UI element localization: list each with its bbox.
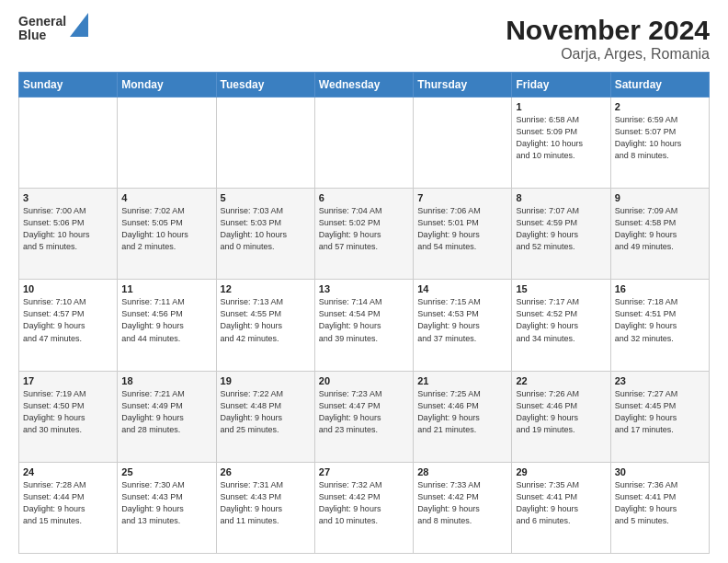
day-info: Sunrise: 7:04 AM Sunset: 5:02 PM Dayligh… — [319, 205, 409, 253]
day-number: 25 — [121, 466, 211, 477]
day-number: 17 — [23, 375, 113, 386]
day-info: Sunrise: 7:33 AM Sunset: 4:42 PM Dayligh… — [417, 479, 507, 527]
day-number: 18 — [121, 375, 211, 386]
day-info: Sunrise: 7:36 AM Sunset: 4:41 PM Dayligh… — [615, 479, 705, 527]
day-number: 26 — [221, 466, 311, 477]
logo-text: General Blue — [18, 15, 66, 43]
day-info: Sunrise: 7:03 AM Sunset: 5:03 PM Dayligh… — [221, 205, 311, 253]
table-row: 20Sunrise: 7:23 AM Sunset: 4:47 PM Dayli… — [314, 371, 413, 462]
table-row: 29Sunrise: 7:35 AM Sunset: 4:41 PM Dayli… — [512, 462, 610, 553]
day-info: Sunrise: 7:14 AM Sunset: 4:54 PM Dayligh… — [319, 296, 409, 344]
day-info: Sunrise: 6:58 AM Sunset: 5:09 PM Dayligh… — [516, 114, 606, 162]
table-row: 10Sunrise: 7:10 AM Sunset: 4:57 PM Dayli… — [19, 280, 118, 371]
day-number: 16 — [615, 283, 705, 294]
header: General Blue November 2024 Oarja, Arges,… — [18, 15, 710, 63]
day-number: 12 — [221, 283, 311, 294]
table-row: 6Sunrise: 7:04 AM Sunset: 5:02 PM Daylig… — [314, 189, 413, 280]
day-number: 14 — [417, 283, 507, 294]
table-row: 22Sunrise: 7:26 AM Sunset: 4:46 PM Dayli… — [512, 371, 610, 462]
day-number: 30 — [615, 466, 705, 477]
table-row: 28Sunrise: 7:33 AM Sunset: 4:42 PM Dayli… — [414, 462, 512, 553]
calendar-week-row: 1Sunrise: 6:58 AM Sunset: 5:09 PM Daylig… — [19, 98, 710, 189]
day-number: 21 — [417, 375, 507, 386]
table-row: 1Sunrise: 6:58 AM Sunset: 5:09 PM Daylig… — [512, 98, 610, 189]
page: General Blue November 2024 Oarja, Arges,… — [0, 0, 728, 563]
table-row: 8Sunrise: 7:07 AM Sunset: 4:59 PM Daylig… — [512, 189, 610, 280]
day-info: Sunrise: 7:17 AM Sunset: 4:52 PM Dayligh… — [516, 296, 606, 344]
day-info: Sunrise: 7:30 AM Sunset: 4:43 PM Dayligh… — [121, 479, 211, 527]
day-number: 22 — [516, 375, 606, 386]
day-number: 11 — [121, 283, 211, 294]
day-number: 1 — [516, 101, 606, 112]
header-saturday: Saturday — [610, 73, 709, 98]
day-number: 7 — [417, 192, 507, 203]
table-row — [118, 98, 216, 189]
table-row: 21Sunrise: 7:25 AM Sunset: 4:46 PM Dayli… — [414, 371, 512, 462]
day-number: 5 — [221, 192, 311, 203]
day-number: 20 — [319, 375, 409, 386]
day-info: Sunrise: 7:31 AM Sunset: 4:43 PM Dayligh… — [221, 479, 311, 527]
day-number: 4 — [121, 192, 211, 203]
table-row: 3Sunrise: 7:00 AM Sunset: 5:06 PM Daylig… — [19, 189, 118, 280]
table-row: 15Sunrise: 7:17 AM Sunset: 4:52 PM Dayli… — [512, 280, 610, 371]
table-row — [414, 98, 512, 189]
day-number: 3 — [23, 192, 113, 203]
day-number: 2 — [615, 101, 705, 112]
day-info: Sunrise: 7:28 AM Sunset: 4:44 PM Dayligh… — [23, 479, 113, 527]
logo: General Blue — [18, 15, 88, 43]
day-info: Sunrise: 7:22 AM Sunset: 4:48 PM Dayligh… — [221, 388, 311, 436]
day-number: 28 — [417, 466, 507, 477]
day-info: Sunrise: 7:13 AM Sunset: 4:55 PM Dayligh… — [221, 296, 311, 344]
day-info: Sunrise: 7:18 AM Sunset: 4:51 PM Dayligh… — [615, 296, 705, 344]
table-row: 25Sunrise: 7:30 AM Sunset: 4:43 PM Dayli… — [118, 462, 216, 553]
header-wednesday: Wednesday — [314, 73, 413, 98]
header-friday: Friday — [512, 73, 610, 98]
day-info: Sunrise: 7:25 AM Sunset: 4:46 PM Dayligh… — [417, 388, 507, 436]
calendar-week-row: 10Sunrise: 7:10 AM Sunset: 4:57 PM Dayli… — [19, 280, 710, 371]
table-row: 2Sunrise: 6:59 AM Sunset: 5:07 PM Daylig… — [610, 98, 709, 189]
table-row: 12Sunrise: 7:13 AM Sunset: 4:55 PM Dayli… — [216, 280, 314, 371]
table-row: 14Sunrise: 7:15 AM Sunset: 4:53 PM Dayli… — [414, 280, 512, 371]
table-row: 27Sunrise: 7:32 AM Sunset: 4:42 PM Dayli… — [314, 462, 413, 553]
calendar-header-row: Sunday Monday Tuesday Wednesday Thursday… — [19, 73, 710, 98]
day-number: 27 — [319, 466, 409, 477]
table-row: 16Sunrise: 7:18 AM Sunset: 4:51 PM Dayli… — [610, 280, 709, 371]
table-row — [19, 98, 118, 189]
day-number: 23 — [615, 375, 705, 386]
day-info: Sunrise: 7:19 AM Sunset: 4:50 PM Dayligh… — [23, 388, 113, 436]
table-row: 24Sunrise: 7:28 AM Sunset: 4:44 PM Dayli… — [19, 462, 118, 553]
calendar-week-row: 3Sunrise: 7:00 AM Sunset: 5:06 PM Daylig… — [19, 189, 710, 280]
day-info: Sunrise: 7:27 AM Sunset: 4:45 PM Dayligh… — [615, 388, 705, 436]
calendar-table: Sunday Monday Tuesday Wednesday Thursday… — [18, 72, 710, 554]
title-block: November 2024 Oarja, Arges, Romania — [506, 15, 710, 63]
table-row: 23Sunrise: 7:27 AM Sunset: 4:45 PM Dayli… — [610, 371, 709, 462]
table-row: 17Sunrise: 7:19 AM Sunset: 4:50 PM Dayli… — [19, 371, 118, 462]
table-row: 4Sunrise: 7:02 AM Sunset: 5:05 PM Daylig… — [118, 189, 216, 280]
day-info: Sunrise: 7:09 AM Sunset: 4:58 PM Dayligh… — [615, 205, 705, 253]
day-number: 29 — [516, 466, 606, 477]
page-title: November 2024 — [506, 15, 710, 46]
day-info: Sunrise: 7:15 AM Sunset: 4:53 PM Dayligh… — [417, 296, 507, 344]
table-row: 18Sunrise: 7:21 AM Sunset: 4:49 PM Dayli… — [118, 371, 216, 462]
page-subtitle: Oarja, Arges, Romania — [506, 46, 710, 63]
logo-icon — [70, 13, 88, 37]
day-number: 6 — [319, 192, 409, 203]
svg-marker-0 — [70, 13, 88, 37]
day-info: Sunrise: 7:21 AM Sunset: 4:49 PM Dayligh… — [121, 388, 211, 436]
day-number: 24 — [23, 466, 113, 477]
header-tuesday: Tuesday — [216, 73, 314, 98]
table-row: 13Sunrise: 7:14 AM Sunset: 4:54 PM Dayli… — [314, 280, 413, 371]
table-row — [314, 98, 413, 189]
day-number: 10 — [23, 283, 113, 294]
day-info: Sunrise: 7:02 AM Sunset: 5:05 PM Dayligh… — [121, 205, 211, 253]
day-info: Sunrise: 7:10 AM Sunset: 4:57 PM Dayligh… — [23, 296, 113, 344]
day-info: Sunrise: 7:26 AM Sunset: 4:46 PM Dayligh… — [516, 388, 606, 436]
day-info: Sunrise: 7:07 AM Sunset: 4:59 PM Dayligh… — [516, 205, 606, 253]
table-row: 19Sunrise: 7:22 AM Sunset: 4:48 PM Dayli… — [216, 371, 314, 462]
table-row: 26Sunrise: 7:31 AM Sunset: 4:43 PM Dayli… — [216, 462, 314, 553]
day-info: Sunrise: 7:06 AM Sunset: 5:01 PM Dayligh… — [417, 205, 507, 253]
header-thursday: Thursday — [414, 73, 512, 98]
day-number: 8 — [516, 192, 606, 203]
table-row: 11Sunrise: 7:11 AM Sunset: 4:56 PM Dayli… — [118, 280, 216, 371]
header-sunday: Sunday — [19, 73, 118, 98]
